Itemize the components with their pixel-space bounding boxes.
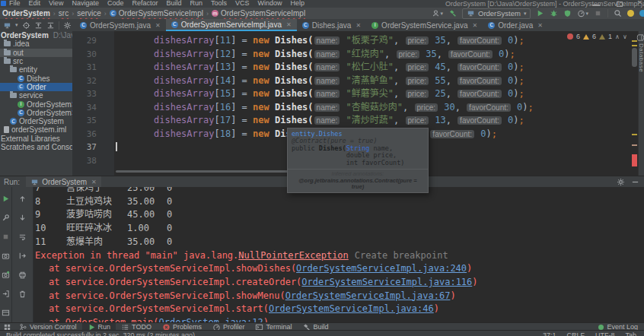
stack-source-link[interactable]: OrderSystemServiceImpl.java:67	[285, 290, 451, 303]
menu-view[interactable]: View	[49, 0, 63, 7]
menu-refactor[interactable]: Refactor	[132, 0, 158, 7]
collapse-all-icon[interactable]	[46, 21, 55, 30]
tree-item-ordersystem.iml[interactable]: orderSystem.iml	[0, 125, 72, 134]
menu-tools[interactable]: Tools	[211, 0, 227, 7]
database-tool-button[interactable]: Database	[636, 33, 644, 72]
project-view-dropdown-icon[interactable]: ▾	[15, 22, 18, 28]
create-breakpoint-action[interactable]: Create breakpoint	[355, 249, 448, 263]
up-stacktrace-icon[interactable]	[18, 195, 27, 203]
tree-item-ordersystem[interactable]: COrderSystem	[0, 117, 72, 125]
menu-run[interactable]: Run	[190, 0, 202, 7]
menu-build[interactable]: Build	[166, 0, 181, 7]
debug-button[interactable]	[550, 9, 558, 17]
stripe-warning-mark[interactable]	[632, 134, 637, 135]
inspections-widget[interactable]: 6 6 1 ∧ ∨	[567, 33, 627, 40]
tab-close-icon[interactable]: ✕	[286, 21, 292, 28]
tab-OrderSystemServiceImpl.java[interactable]: COrderSystemServiceImpl.java✕	[166, 19, 297, 31]
user-account-icon[interactable]: ▾	[432, 9, 443, 17]
tree-item-src[interactable]: src	[0, 57, 72, 65]
tab-close-icon[interactable]: ✕	[355, 22, 361, 29]
editor-gutter[interactable]: 29303132333435363738	[72, 31, 114, 176]
thread-dump-icon[interactable]	[2, 252, 10, 260]
tab-Dishes.java[interactable]: CDishes.java✕	[297, 19, 366, 31]
exit-icon[interactable]	[2, 290, 10, 298]
locate-file-icon[interactable]	[22, 21, 30, 30]
print-icon[interactable]	[18, 271, 27, 279]
project-settings-gear-icon[interactable]	[63, 21, 72, 30]
breadcrumb-item[interactable]: mOrderSystemServiceImpl	[212, 9, 305, 17]
breadcrumb-item[interactable]: OrderSystem	[2, 9, 50, 17]
run-tab[interactable]: OrderSystem ✕	[26, 176, 101, 188]
exception-class-link[interactable]: NullPointerException	[238, 249, 349, 263]
run-button[interactable]	[536, 9, 544, 17]
project-view-selector-icon[interactable]	[3, 21, 11, 30]
menu-file[interactable]: File	[9, 0, 21, 7]
menu-code[interactable]: Code	[107, 0, 124, 7]
line-separator[interactable]: CRLF	[566, 331, 585, 336]
down-stacktrace-icon[interactable]	[18, 214, 27, 222]
run-console[interactable]: 7宫保鸡丁25.0008土豆炖鸡块35.0009菠萝咕唠肉45.00010旺旺碎…	[33, 187, 644, 322]
stack-source-link[interactable]: OrderSystemServiceImpl.java:46	[269, 303, 434, 316]
tab-OrderSystem.java[interactable]: COrderSystem.java✕	[75, 19, 166, 31]
stack-source-link[interactable]: OrderSystemServiceImpl.java:240	[296, 262, 467, 276]
tab-close-icon[interactable]: ✕	[155, 22, 161, 29]
hide-panel-icon[interactable]	[631, 178, 639, 186]
breadcrumb-item[interactable]: src	[59, 9, 69, 17]
minimize-icon[interactable]	[592, 2, 600, 6]
tree-item-entity[interactable]: entity	[0, 65, 72, 74]
search-everywhere-icon[interactable]	[614, 9, 622, 17]
stripe-error-mark[interactable]	[632, 154, 637, 166]
tree-item-out[interactable]: out	[0, 49, 72, 57]
menu-edit[interactable]: Edit	[29, 0, 41, 7]
indent-style[interactable]: Tab	[625, 331, 636, 336]
edit-configuration-icon[interactable]	[2, 214, 10, 222]
tab-close-icon[interactable]: ✕	[472, 22, 477, 29]
expand-all-icon[interactable]	[34, 21, 43, 30]
tree-item-order[interactable]: COrder	[0, 83, 72, 91]
breadcrumb-item[interactable]: COrderSystemServiceImpl	[110, 9, 203, 17]
tree-item-dishes[interactable]: CDishes	[0, 74, 72, 82]
run-tab-close-icon[interactable]: ✕	[91, 179, 97, 185]
restore-layout-icon[interactable]	[2, 309, 10, 317]
stripe-weak-mark[interactable]	[632, 144, 637, 146]
tab-close-icon[interactable]: ✕	[537, 22, 543, 29]
coverage-button[interactable]	[563, 9, 572, 17]
rerun-button[interactable]	[2, 195, 10, 203]
breadcrumb-item[interactable]: service	[77, 9, 101, 17]
stack-source-link[interactable]: OrderSystem.java:12	[159, 316, 263, 322]
menu-help[interactable]: Help	[291, 0, 305, 7]
notification-icon[interactable]	[639, 10, 644, 17]
run-settings-gear-icon[interactable]	[617, 178, 625, 186]
menu-navigate[interactable]: Navigate	[72, 0, 99, 7]
stop-button[interactable]	[594, 9, 602, 17]
tree-item-service[interactable]: service	[0, 91, 72, 100]
next-problem-icon[interactable]: ∨	[623, 33, 627, 40]
caret-position[interactable]: 37:1	[543, 331, 556, 336]
menu-window[interactable]: Window	[258, 0, 282, 7]
menu-vcs[interactable]: VCS	[235, 0, 250, 7]
build-hammer-icon[interactable]	[448, 9, 457, 17]
stop-process-button[interactable]	[2, 233, 10, 241]
tree-item-ordersystem[interactable]: OrderSystemD:\Java\orderSystem	[0, 31, 72, 40]
soft-wrap-icon[interactable]	[18, 233, 27, 241]
tree-item-external-libraries[interactable]: External Libraries	[0, 135, 72, 143]
maximize-icon[interactable]	[617, 2, 623, 7]
prev-problem-icon[interactable]: ∧	[615, 33, 620, 40]
tree-item-.idea[interactable]: .idea	[0, 40, 72, 48]
tree-item-ordersystemserviceimpl[interactable]: COrderSystemServiceImpl	[0, 109, 72, 117]
close-icon[interactable]: ×	[638, 0, 642, 6]
file-encoding[interactable]: UTF-8	[595, 331, 615, 336]
update-notification-icon[interactable]	[627, 10, 634, 17]
tab-Order.java[interactable]: COrder.java✕	[483, 19, 548, 31]
run-configuration-select[interactable]: OrderSystem ▾	[462, 8, 531, 19]
scroll-to-end-icon[interactable]	[18, 252, 27, 260]
tree-item-scratches-and-consoles[interactable]: Scratches and Consoles	[0, 143, 72, 151]
status-message[interactable]: Build completed successfully in 2 sec, 3…	[6, 331, 195, 336]
attach-debugger-icon[interactable]	[2, 271, 10, 279]
clear-console-icon[interactable]	[18, 290, 27, 298]
tab-OrderSystemService.java[interactable]: IOrderSystemService.java✕	[366, 19, 483, 31]
tree-item-ordersystemservice[interactable]: IOrderSystemService	[0, 100, 72, 108]
profiler-button[interactable]: ▾	[577, 9, 588, 17]
line-number: 29	[72, 34, 114, 48]
stack-source-link[interactable]: OrderSystemServiceImpl.java:116	[301, 276, 472, 290]
